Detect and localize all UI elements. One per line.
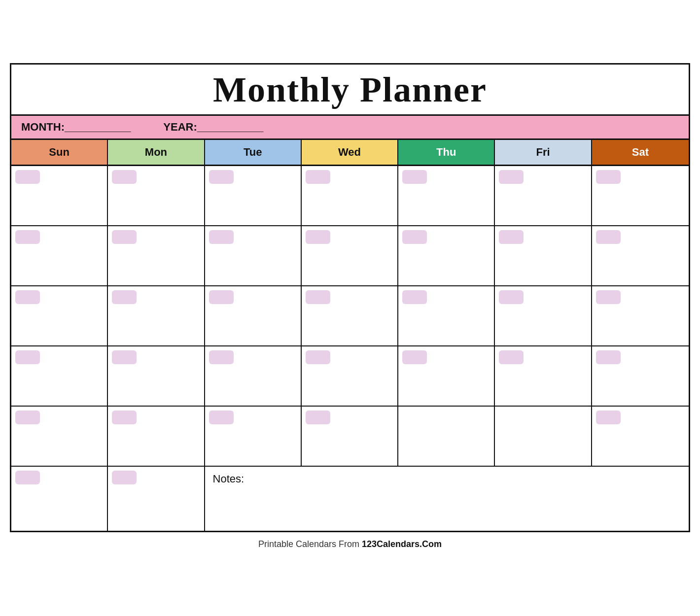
cell-r4-tue — [205, 346, 302, 406]
cell-r1-thu — [398, 166, 495, 225]
cell-r3-sun — [11, 286, 108, 345]
date-badge — [112, 170, 137, 184]
cell-r5-sun — [11, 407, 108, 466]
cell-r1-mon — [108, 166, 205, 225]
cell-r2-mon — [108, 226, 205, 285]
day-header-thu: Thu — [398, 140, 495, 165]
footer-brand: 123Calendars.Com — [362, 539, 442, 549]
date-badge — [402, 230, 427, 244]
date-badge — [499, 350, 524, 364]
cell-r3-tue — [205, 286, 302, 345]
date-badge — [596, 411, 621, 424]
date-badge — [209, 411, 234, 424]
date-badge — [15, 350, 40, 364]
date-badge — [15, 471, 40, 484]
cell-r4-sun — [11, 346, 108, 406]
cell-r1-fri — [495, 166, 592, 225]
cell-r5-thu — [398, 407, 495, 466]
date-badge — [15, 411, 40, 424]
cell-r3-sat — [592, 286, 689, 345]
cell-r2-sat — [592, 226, 689, 285]
date-badge — [402, 290, 427, 304]
date-badge — [499, 170, 524, 184]
cell-r1-sun — [11, 166, 108, 225]
cell-r2-wed — [302, 226, 398, 285]
date-badge — [209, 290, 234, 304]
date-badge — [15, 230, 40, 244]
cell-r3-thu — [398, 286, 495, 345]
cell-r4-thu — [398, 346, 495, 406]
day-header-fri: Fri — [495, 140, 592, 165]
date-badge — [15, 290, 40, 304]
notes-label: Notes: — [213, 473, 245, 485]
month-year-bar: MONTH:___________ YEAR:___________ — [11, 116, 689, 140]
cell-r5-wed — [302, 407, 398, 466]
date-badge — [209, 350, 234, 364]
day-header-wed: Wed — [302, 140, 398, 165]
cell-r1-sat — [592, 166, 689, 225]
cell-r2-sun — [11, 226, 108, 285]
date-badge — [596, 230, 621, 244]
cell-r2-fri — [495, 226, 592, 285]
calendar-row-2 — [11, 226, 689, 286]
date-badge — [306, 350, 330, 364]
calendar-grid: Notes: — [11, 166, 689, 531]
date-badge — [306, 290, 330, 304]
cell-r2-tue — [205, 226, 302, 285]
calendar-row-4 — [11, 346, 689, 407]
calendar-row-1 — [11, 166, 689, 226]
cell-r5-tue — [205, 407, 302, 466]
cell-r3-wed — [302, 286, 398, 345]
notes-cell: Notes: — [205, 467, 689, 531]
date-badge — [209, 170, 234, 184]
date-badge — [402, 350, 427, 364]
date-badge — [596, 350, 621, 364]
cell-r4-wed — [302, 346, 398, 406]
date-badge — [499, 290, 524, 304]
cell-r3-mon — [108, 286, 205, 345]
day-header-mon: Mon — [108, 140, 205, 165]
day-header-tue: Tue — [205, 140, 302, 165]
page-wrapper: Monthly Planner MONTH:___________ YEAR:_… — [10, 63, 690, 553]
cell-r4-mon — [108, 346, 205, 406]
day-header-sat: Sat — [592, 140, 689, 165]
date-badge — [596, 170, 621, 184]
calendar-row-6: Notes: — [11, 467, 689, 531]
page-title: Monthly Planner — [11, 69, 689, 110]
date-badge — [596, 290, 621, 304]
date-badge — [402, 170, 427, 184]
month-label: MONTH:___________ — [21, 121, 131, 133]
date-badge — [15, 170, 40, 184]
date-badge — [112, 411, 137, 424]
cell-r1-tue — [205, 166, 302, 225]
cell-r2-thu — [398, 226, 495, 285]
cell-r5-sat — [592, 407, 689, 466]
cell-r3-fri — [495, 286, 592, 345]
cell-r1-wed — [302, 166, 398, 225]
cell-r4-sat — [592, 346, 689, 406]
year-label: YEAR:___________ — [163, 121, 263, 133]
planner-container: Monthly Planner MONTH:___________ YEAR:_… — [10, 63, 690, 532]
cell-r6-mon — [108, 467, 205, 531]
calendar-row-5 — [11, 407, 689, 467]
calendar-row-3 — [11, 286, 689, 346]
date-badge — [499, 230, 524, 244]
date-badge — [306, 230, 330, 244]
date-badge — [306, 170, 330, 184]
date-badge — [209, 230, 234, 244]
cell-r5-mon — [108, 407, 205, 466]
date-badge — [112, 471, 137, 484]
days-header: Sun Mon Tue Wed Thu Fri Sat — [11, 140, 689, 166]
date-badge — [112, 230, 137, 244]
cell-r6-sun — [11, 467, 108, 531]
cell-r5-fri — [495, 407, 592, 466]
date-badge — [306, 411, 330, 424]
day-header-sun: Sun — [11, 140, 108, 165]
cell-r4-fri — [495, 346, 592, 406]
footer: Printable Calendars From 123Calendars.Co… — [10, 532, 690, 553]
footer-text: Printable Calendars From — [258, 539, 362, 549]
title-area: Monthly Planner — [11, 65, 689, 116]
date-badge — [112, 290, 137, 304]
date-badge — [112, 350, 137, 364]
